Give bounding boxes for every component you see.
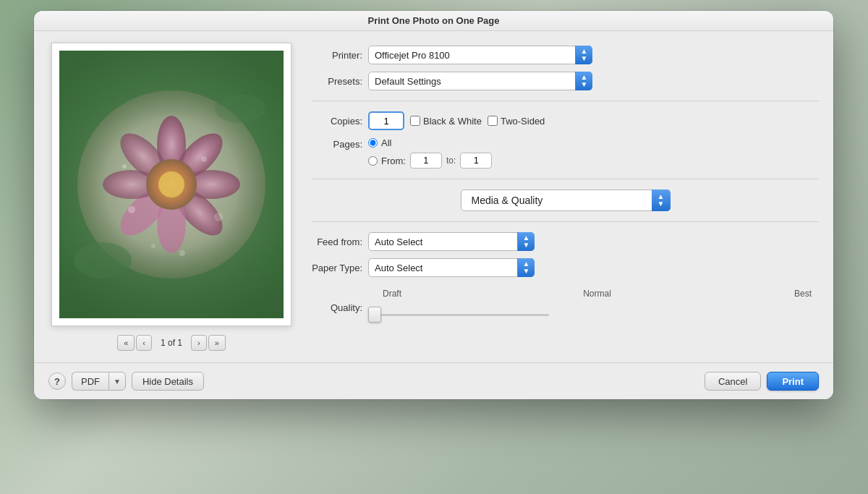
paper-type-label: Paper Type: [312, 263, 362, 273]
pages-from-label[interactable]: From: [368, 156, 406, 166]
black-white-checkbox-label[interactable]: Black & White [410, 116, 482, 127]
preview-panel: « ‹ 1 of 1 › » [48, 43, 294, 351]
printer-select-wrapper: Officejet Pro 8100 ▲▼ [368, 46, 592, 64]
svg-point-11 [158, 171, 184, 197]
quality-labels-row: Draft Normal Best [312, 289, 819, 299]
pages-from-input[interactable] [410, 153, 442, 169]
photo-frame [51, 43, 292, 326]
quality-label: Quality: [312, 302, 362, 313]
presets-label: Presets: [312, 76, 362, 87]
help-button[interactable]: ? [48, 372, 66, 390]
presets-select-wrapper: Default Settings ▲▼ [368, 72, 592, 90]
svg-point-17 [151, 244, 156, 248]
hide-details-button[interactable]: Hide Details [132, 372, 204, 391]
pages-row: Pages: All From: to: [312, 137, 819, 169]
presets-select[interactable]: Default Settings [368, 72, 592, 90]
svg-point-3 [169, 126, 230, 187]
divider-1 [312, 101, 819, 101]
black-white-label: Black & White [423, 116, 482, 127]
last-page-button[interactable]: » [208, 335, 226, 351]
pages-label: Pages: [312, 137, 362, 150]
svg-point-16 [179, 250, 185, 256]
svg-rect-0 [59, 51, 284, 318]
paper-type-select-wrapper: Auto Select Plain Paper HP Advanced Phot… [368, 258, 535, 277]
copies-input[interactable] [368, 111, 404, 130]
controls-panel: Printer: Officejet Pro 8100 ▲▼ Presets: [312, 43, 819, 351]
dialog-body: « ‹ 1 of 1 › » Printer: Officejet Pro 81… [34, 31, 833, 362]
print-button[interactable]: Print [767, 372, 819, 391]
quality-slider-wrapper [368, 300, 549, 315]
printer-row: Printer: Officejet Pro 8100 ▲▼ [312, 46, 819, 64]
svg-point-18 [74, 242, 132, 278]
svg-point-1 [77, 90, 265, 278]
pages-from-text: From: [381, 156, 406, 166]
pages-all-label[interactable]: All [368, 137, 492, 148]
title-bar: Print One Photo on One Page [34, 11, 833, 31]
pages-to-input[interactable] [460, 153, 492, 169]
pdf-arrow-button[interactable]: ▼ [109, 372, 126, 391]
page-indicator: 1 of 1 [153, 338, 190, 348]
svg-point-19 [215, 94, 265, 123]
cancel-button[interactable]: Cancel [705, 372, 761, 391]
black-white-checkbox[interactable] [410, 116, 420, 126]
first-page-button[interactable]: « [117, 335, 135, 351]
pdf-button[interactable]: PDF [72, 372, 109, 391]
feed-from-select[interactable]: Auto Select Tray 1 Tray 2 [368, 232, 535, 251]
quality-best-label: Best [668, 289, 819, 299]
quality-draft-label: Draft [368, 289, 526, 299]
copies-row: Copies: Black & White Two-Sided [312, 111, 819, 130]
next-page-button[interactable]: › [191, 335, 207, 351]
quality-slider-row: Quality: [312, 300, 819, 315]
quality-normal-label: Normal [526, 289, 669, 299]
page-navigation: « ‹ 1 of 1 › » [117, 335, 226, 351]
svg-point-8 [103, 170, 161, 199]
copies-label: Copies: [312, 116, 362, 127]
svg-point-5 [169, 182, 230, 243]
pages-options: All From: to: [368, 137, 492, 169]
two-sided-label: Two-Sided [501, 116, 545, 127]
two-sided-checkbox-label[interactable]: Two-Sided [488, 116, 545, 127]
divider-3 [312, 221, 819, 222]
svg-point-10 [146, 159, 197, 210]
printer-label: Printer: [312, 50, 362, 61]
section-select[interactable]: Media & Quality Layout Paper Handling Co… [461, 189, 671, 211]
print-dialog: Print One Photo on One Page [34, 11, 833, 399]
svg-point-7 [113, 182, 174, 243]
prev-page-button[interactable]: ‹ [136, 335, 152, 351]
svg-point-14 [214, 213, 223, 221]
pages-all-radio[interactable] [368, 138, 378, 148]
dialog-title: Print One Photo on One Page [367, 15, 499, 26]
svg-point-12 [128, 206, 135, 213]
svg-point-6 [157, 195, 186, 253]
pages-from-radio[interactable] [368, 156, 378, 166]
presets-row: Presets: Default Settings ▲▼ [312, 72, 819, 90]
paper-type-row: Paper Type: Auto Select Plain Paper HP A… [312, 258, 819, 277]
svg-point-2 [157, 116, 186, 174]
pdf-button-group: PDF ▼ [72, 372, 126, 391]
quality-slider[interactable] [368, 314, 549, 316]
section-selector-row: Media & Quality Layout Paper Handling Co… [312, 189, 819, 211]
feed-from-label: Feed from: [312, 237, 362, 247]
from-to-row: From: to: [368, 153, 492, 169]
paper-type-select[interactable]: Auto Select Plain Paper HP Advanced Phot… [368, 258, 535, 277]
feed-from-select-wrapper: Auto Select Tray 1 Tray 2 ▲▼ [368, 232, 535, 251]
quality-section: Draft Normal Best Quality: [312, 289, 819, 315]
printer-select[interactable]: Officejet Pro 8100 [368, 46, 592, 64]
svg-point-15 [122, 164, 127, 169]
feed-from-row: Feed from: Auto Select Tray 1 Tray 2 ▲▼ [312, 232, 819, 251]
dialog-footer: ? PDF ▼ Hide Details Cancel Print [34, 362, 833, 399]
two-sided-checkbox[interactable] [488, 116, 498, 126]
photo-svg [59, 51, 284, 318]
pages-to-text: to: [446, 156, 456, 166]
divider-2 [312, 179, 819, 179]
svg-point-4 [182, 170, 240, 199]
svg-point-9 [113, 126, 174, 187]
pages-all-text: All [381, 137, 391, 148]
section-select-wrapper: Media & Quality Layout Paper Handling Co… [461, 189, 671, 211]
svg-point-13 [201, 156, 207, 162]
photo-preview [59, 51, 284, 318]
